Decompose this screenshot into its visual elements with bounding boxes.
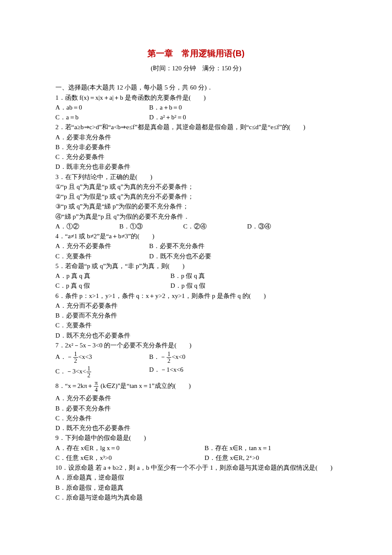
q5-opt-a: A．p 真 q 真	[55, 271, 170, 281]
q3-opt-c: C．②④	[183, 222, 247, 231]
q10-opt-b: B．原命题假，逆命题真	[55, 483, 337, 493]
q7-opt-c: C．－3<x<12	[55, 365, 149, 379]
q6-opt-b: B．必要而不充分条件	[55, 311, 337, 321]
q3-stmt-3: ③“p 或 q”为真是“綈 p”为假的必要不充分条件；	[55, 202, 337, 211]
question-9: 9．下列命题中的假命题是( )	[55, 433, 337, 443]
q3-stmt-1: ①“p 且 q”为真是“p 或 q”为真的充分不必要条件；	[55, 182, 337, 192]
q4-options-row2: C．充要条件 D．既不充分也不必要	[55, 251, 337, 261]
q6-opt-c: C．充要条件	[55, 321, 337, 330]
q2-opt-a: A．必要非充分条件	[55, 133, 337, 142]
q5-opt-d: D．p 假 q 假	[170, 281, 285, 291]
q7-options-row1: A．－12<x<3 B．－12<x<0	[55, 350, 337, 365]
fraction-half-icon: 12	[167, 351, 171, 364]
q8-post: (k∈Z)”是“tan x＝1”成立的( )	[99, 382, 190, 389]
fraction-pi4-icon: π4	[94, 380, 98, 393]
q1-opt-b: B．a＋b＝0	[149, 103, 243, 113]
fraction-half-icon: 12	[86, 365, 91, 379]
q4-opt-d: D．既不充分也不必要	[149, 251, 243, 261]
q3-opt-a: A．①②	[55, 222, 119, 231]
q3-opt-b: B．①③	[119, 222, 183, 231]
fraction-half-icon: 12	[73, 351, 78, 364]
content-body: 一、选择题(本大题共 12 小题，每小题 5 分，共 60 分)． 1．函数 f…	[55, 83, 337, 503]
q7a-pre: A．－	[55, 353, 73, 360]
q8-opt-a: A．充分不必要条件	[55, 393, 337, 403]
q8-pre: 8．“x＝2kπ＋	[55, 382, 93, 389]
question-5: 5．若命题“p 或 q”为真，“非 p”为真，则( )	[55, 261, 337, 271]
q3-stmt-4: ④“綈 p”为真是“p 且 q”为假的必要不充分条件．	[55, 212, 337, 222]
q10-opt-c: C．原命题与逆命题均为真命题	[55, 493, 337, 503]
q8-opt-c: C．充分条件	[55, 413, 337, 423]
q4-opt-b: B．必要不充分条件	[149, 241, 243, 251]
q1-opt-d: D．a²＋b²＝0	[149, 113, 243, 122]
q1-opt-c: C．a＝b	[55, 113, 149, 122]
q1-opt-a: A．ab＝0	[55, 103, 149, 113]
q5-options-row2: C．p 真 q 假 D．p 假 q 假	[55, 281, 337, 291]
question-6: 6．条件 p：x>1，y>1，条件 q：x＋y>2，xy>1，则条件 p 是条件…	[55, 291, 337, 301]
q7-opt-b: B．－12<x<0	[149, 350, 243, 365]
q7a-post: <x<3	[78, 353, 92, 360]
page-subtitle: (时间：120 分钟 满分：150 分)	[55, 64, 337, 73]
question-7: 7．2x²－5x－3<0 的一个必要不充分条件是( )	[55, 341, 337, 350]
q9-opt-d: D．任意 x∈R, 2ˣ>0	[205, 453, 354, 463]
q9-opt-a: A．存在 x∈R，lg x＝0	[55, 443, 205, 453]
q9-options-row2: C．任意 x∈R，x³>0 D．任意 x∈R, 2ˣ>0	[55, 453, 337, 463]
q5-opt-b: B．p 假 q 真	[170, 271, 285, 281]
q9-options-row1: A．存在 x∈R，lg x＝0 B．存在 x∈R，tan x＝1	[55, 443, 337, 453]
q7-opt-a: A．－12<x<3	[55, 350, 149, 365]
q1-options-row1: A．ab＝0 B．a＋b＝0	[55, 103, 337, 113]
q3-options: A．①② B．①③ C．②④ D．③④	[55, 222, 337, 231]
q8-opt-d: D．既不充分也不必要条件	[55, 423, 337, 433]
question-4: 4．“a≠1 或 b≠2”是“a＋b≠3”的( )	[55, 231, 337, 241]
q2-opt-c: C．充分必要条件	[55, 152, 337, 162]
q10-opt-a: A．原命题真，逆命题假	[55, 473, 337, 483]
question-10: 10．设原命题 若 a＋b≥2，则 a，b 中至少有一个不小于 1，则原命题与其…	[55, 463, 337, 473]
page-title: 第一章 常用逻辑用语(B)	[55, 47, 337, 60]
q8-opt-b: B．必要不充分条件	[55, 404, 337, 413]
q7-options-row2: C．－3<x<12 D．－1<x<6	[55, 365, 337, 379]
q1-options-row2: C．a＝b D．a²＋b²＝0	[55, 113, 337, 122]
q5-opt-c: C．p 真 q 假	[55, 281, 170, 291]
q9-opt-c: C．任意 x∈R，x³>0	[55, 453, 205, 463]
q4-options-row1: A．充分不必要条件 B．必要不充分条件	[55, 241, 337, 251]
q5-options-row1: A．p 真 q 真 B．p 假 q 真	[55, 271, 337, 281]
question-2: 2．若“a≥b⇒c>d”和“a<b⇒e≤f”都是真命题，其逆命题都是假命题，则“…	[55, 122, 337, 132]
q9-opt-b: B．存在 x∈R，tan x＝1	[205, 443, 354, 453]
q3-stmt-2: ②“p 且 q”为假是“p 或 q”为真的充分不必要条件；	[55, 192, 337, 202]
q6-opt-a: A．充分而不必要条件	[55, 301, 337, 311]
q7c-pre: C．－3<x<	[55, 368, 86, 375]
q7b-post: <x<0	[172, 353, 185, 360]
q6-opt-d: D．既不充分也不必要条件	[55, 331, 337, 341]
q7b-pre: B．－	[149, 353, 166, 360]
question-3: 3．在下列结论中，正确的是( )	[55, 172, 337, 182]
q4-opt-c: C．充要条件	[55, 251, 149, 261]
q3-opt-d: D．③④	[247, 222, 311, 231]
q2-opt-d: D．既非充分也非必要条件	[55, 162, 337, 172]
q7-opt-d: D．－1<x<6	[149, 365, 243, 379]
question-8: 8．“x＝2kπ＋π4 (k∈Z)”是“tan x＝1”成立的( )	[55, 379, 337, 394]
q2-opt-b: B．充分非必要条件	[55, 142, 337, 152]
section-heading: 一、选择题(本大题共 12 小题，每小题 5 分，共 60 分)．	[55, 83, 337, 92]
question-1: 1．函数 f(x)＝x|x＋a|＋b 是奇函数的充要条件是( )	[55, 93, 337, 103]
q4-opt-a: A．充分不必要条件	[55, 241, 149, 251]
